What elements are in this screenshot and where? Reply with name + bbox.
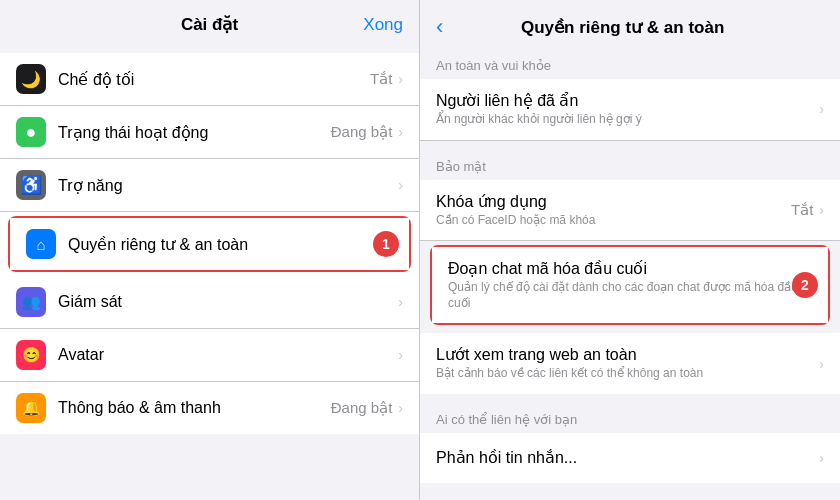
contact-list: Phản hồi tin nhắn... › xyxy=(420,433,840,483)
step-2-badge: 2 xyxy=(792,272,818,298)
list-item[interactable]: Người liên hệ đã ẩn Ẩn người khác khỏi n… xyxy=(420,79,840,141)
item-title: Đoạn chat mã hóa đầu cuối xyxy=(448,259,807,278)
chevron-right-icon: › xyxy=(398,177,403,193)
item-content: Đoạn chat mã hóa đầu cuối Quản lý chế độ… xyxy=(448,259,807,311)
item-value: Đang bật xyxy=(331,123,393,141)
left-header: Cài đặt Xong xyxy=(0,0,419,45)
end-to-end-highlighted[interactable]: Đoạn chat mã hóa đầu cuối Quản lý chế độ… xyxy=(430,245,830,325)
list-item[interactable]: Khóa ứng dụng Cần có FaceID hoặc mã khóa… xyxy=(420,180,840,242)
done-button[interactable]: Xong xyxy=(363,15,403,35)
chevron-right-icon: › xyxy=(398,400,403,416)
left-panel: Cài đặt Xong 🌙 Chế độ tối Tắt › ● Trạng … xyxy=(0,0,420,500)
right-title: Quyền riêng tư & an toàn xyxy=(451,17,794,38)
right-header: ‹ Quyền riêng tư & an toàn xyxy=(420,0,840,50)
item-subtitle: Quản lý chế độ cài đặt dành cho các đoạn… xyxy=(448,280,807,311)
safety-list: Người liên hệ đã ẩn Ẩn người khác khỏi n… xyxy=(420,79,840,141)
moon-icon: 🌙 xyxy=(16,64,46,94)
avatar-icon: 😊 xyxy=(16,340,46,370)
item-label: Trạng thái hoạt động xyxy=(58,123,331,142)
supervision-icon: 👥 xyxy=(16,287,46,317)
accessibility-icon: ♿ xyxy=(16,170,46,200)
chevron-right-icon: › xyxy=(819,356,824,372)
left-title: Cài đặt xyxy=(181,14,238,35)
notification-icon: 🔔 xyxy=(16,393,46,423)
chevron-right-icon: › xyxy=(398,347,403,363)
item-value: Tắt xyxy=(370,70,392,88)
privacy-icon: ⌂ xyxy=(26,229,56,259)
section-header-security: Bảo mật xyxy=(420,151,840,178)
activity-icon: ● xyxy=(16,117,46,147)
chevron-right-icon: › xyxy=(398,294,403,310)
item-label: Trợ năng xyxy=(58,176,392,195)
list-item[interactable]: Phản hồi tin nhắn... › xyxy=(420,433,840,483)
item-label: Chế độ tối xyxy=(58,70,370,89)
back-button[interactable]: ‹ xyxy=(436,14,443,40)
right-panel: ‹ Quyền riêng tư & an toàn An toàn và vu… xyxy=(420,0,840,500)
section-header-safety: An toàn và vui khỏe xyxy=(420,50,840,77)
settings-list: 🌙 Chế độ tối Tắt › ● Trạng thái hoạt độn… xyxy=(0,53,419,434)
chevron-right-icon: › xyxy=(819,101,824,117)
item-content: Khóa ứng dụng Cần có FaceID hoặc mã khóa xyxy=(436,192,791,229)
list-item[interactable]: 🔔 Thông báo & âm thanh Đang bật › xyxy=(0,382,419,434)
chevron-right-icon: › xyxy=(819,450,824,466)
item-title: Phản hồi tin nhắn... xyxy=(436,448,819,467)
chevron-right-icon: › xyxy=(819,202,824,218)
item-subtitle: Bật cảnh báo về các liên kết có thể khôn… xyxy=(436,366,819,382)
item-title: Khóa ứng dụng xyxy=(436,192,791,211)
item-value: Tắt xyxy=(791,201,813,219)
item-title: Người liên hệ đã ẩn xyxy=(436,91,819,110)
item-label: Avatar xyxy=(58,346,398,364)
security-list-2: Lướt xem trang web an toàn Bật cảnh báo … xyxy=(420,333,840,394)
list-item[interactable]: ♿ Trợ năng › xyxy=(0,159,419,212)
chevron-right-icon: › xyxy=(398,124,403,140)
item-content: Lướt xem trang web an toàn Bật cảnh báo … xyxy=(436,345,819,382)
list-item[interactable]: 👥 Giám sát › xyxy=(0,276,419,329)
list-item[interactable]: 😊 Avatar › xyxy=(0,329,419,382)
privacy-item-highlighted[interactable]: ⌂ Quyền riêng tư & an toàn › 1 xyxy=(8,216,411,272)
security-list: Khóa ứng dụng Cần có FaceID hoặc mã khóa… xyxy=(420,180,840,242)
list-item[interactable]: ● Trạng thái hoạt động Đang bật › xyxy=(0,106,419,159)
item-label: Quyền riêng tư & an toàn xyxy=(68,235,388,254)
step-1-badge: 1 xyxy=(373,231,399,257)
item-content: Phản hồi tin nhắn... xyxy=(436,448,819,467)
item-label: Giám sát xyxy=(58,293,398,311)
item-content: Người liên hệ đã ẩn Ẩn người khác khỏi n… xyxy=(436,91,819,128)
item-label: Thông báo & âm thanh xyxy=(58,399,331,417)
item-subtitle: Ẩn người khác khỏi người liên hệ gợi ý xyxy=(436,112,819,128)
list-item[interactable]: 🌙 Chế độ tối Tắt › xyxy=(0,53,419,106)
item-value: Đang bật xyxy=(331,399,393,417)
section-header-contact: Ai có thể liên hệ với bạn xyxy=(420,404,840,431)
item-title: Lướt xem trang web an toàn xyxy=(436,345,819,364)
item-subtitle: Cần có FaceID hoặc mã khóa xyxy=(436,213,791,229)
list-item[interactable]: Lướt xem trang web an toàn Bật cảnh báo … xyxy=(420,333,840,394)
chevron-right-icon: › xyxy=(398,71,403,87)
